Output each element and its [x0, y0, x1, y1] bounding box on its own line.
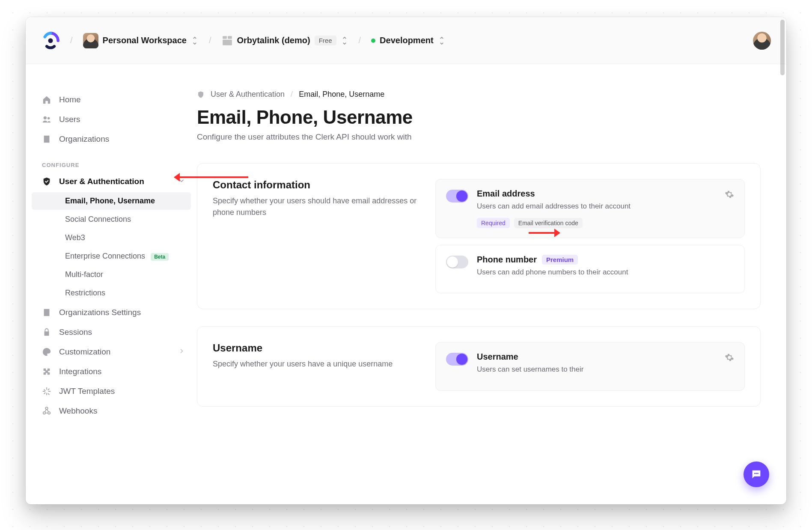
sidebar-subitem-label: Enterprise Connections [65, 252, 145, 260]
sidebar-item-home[interactable]: Home [26, 90, 197, 110]
chat-icon [750, 468, 762, 480]
home-icon [42, 95, 51, 104]
sidebar-subitem-mfa[interactable]: Multi-factor [32, 266, 191, 283]
sidebar-item-org-settings[interactable]: Organizations Settings [26, 303, 197, 322]
sidebar-item-customization[interactable]: Customization [26, 342, 197, 362]
toggle-email[interactable] [446, 190, 468, 202]
topbar: / Personal Workspace / Orbytalink (demo)… [26, 17, 786, 64]
panel-description: Specify whether your users should have e… [213, 195, 418, 218]
puzzle-icon [42, 367, 51, 376]
palette-icon [42, 347, 51, 357]
breadcrumb-current: Email, Phone, Username [299, 90, 384, 99]
toggle-phone[interactable] [446, 256, 468, 268]
environment-selector[interactable]: Development [371, 36, 446, 45]
page-subtitle: Configure the user attributes the Clerk … [197, 132, 761, 142]
card-description: Users can add email addresses to their a… [477, 201, 716, 212]
breadcrumb: User & Authentication / Email, Phone, Us… [197, 90, 761, 99]
sidebar-subitem-restrictions[interactable]: Restrictions [32, 284, 191, 302]
annotation-arrow-right [529, 232, 559, 234]
svg-point-10 [755, 473, 757, 474]
panel-username: Username Specify whether your users have… [197, 326, 761, 407]
selector-icon [438, 37, 446, 45]
chip-required: Required [477, 218, 510, 228]
selector-icon [191, 37, 199, 45]
webhook-icon [42, 406, 51, 416]
sidebar-subitem-web3[interactable]: Web3 [32, 229, 191, 247]
card-description: Users can add phone numbers to their acc… [477, 267, 734, 278]
application-selector[interactable]: Orbytalink (demo) Free [222, 35, 348, 46]
annotation-arrow-left [175, 176, 248, 178]
panel-title: Contact information [213, 179, 418, 191]
card-email-address: Email address Users can add email addres… [435, 179, 745, 238]
sidebar-item-sessions[interactable]: Sessions [26, 322, 197, 342]
sidebar-item-webhooks[interactable]: Webhooks [26, 401, 197, 421]
sidebar-item-integrations[interactable]: Integrations [26, 362, 197, 381]
svg-rect-3 [223, 39, 232, 45]
toggle-username[interactable] [446, 353, 468, 366]
application-name: Orbytalink (demo) [237, 36, 310, 45]
sidebar-item-label: User & Authentication [59, 177, 144, 186]
card-title-text: Email address [477, 189, 535, 199]
gear-icon[interactable] [725, 190, 734, 199]
svg-point-5 [48, 117, 50, 120]
shield-check-icon [42, 177, 51, 186]
sidebar-item-label: Integrations [59, 367, 101, 376]
card-title-text: Phone number [477, 255, 537, 265]
card-username: Username Users can set usernames to thei… [435, 342, 745, 391]
breadcrumb-separator: / [291, 90, 293, 99]
sidebar: Home Users Organizations CONFIGURE User … [26, 64, 197, 504]
chip-verification: Email verification code [514, 218, 583, 228]
lock-icon [42, 328, 51, 337]
card-title-text: Username [477, 352, 518, 362]
sidebar-subitem-email-phone-username[interactable]: Email, Phone, Username [32, 192, 191, 210]
environment-name: Development [380, 36, 434, 45]
building-icon [42, 134, 51, 144]
app-window: / Personal Workspace / Orbytalink (demo)… [26, 17, 786, 504]
sidebar-item-label: Webhooks [59, 406, 97, 416]
workspace-selector[interactable]: Personal Workspace [83, 33, 199, 48]
plan-badge: Free [315, 36, 336, 45]
sidebar-item-users[interactable]: Users [26, 110, 197, 129]
shield-icon [197, 91, 205, 98]
svg-point-9 [754, 473, 755, 474]
app-icon [222, 35, 233, 46]
breadcrumb-separator: / [359, 36, 361, 45]
sidebar-subitem-social[interactable]: Social Connections [32, 211, 191, 228]
svg-rect-1 [223, 36, 227, 39]
sidebar-item-jwt[interactable]: JWT Templates [26, 381, 197, 401]
card-phone-number: Phone number Premium Users can add phone… [435, 245, 745, 294]
svg-point-0 [48, 38, 53, 43]
sidebar-item-label: Sessions [59, 328, 92, 337]
breadcrumb-separator: / [70, 36, 73, 45]
selector-icon [341, 37, 348, 45]
chat-fab[interactable] [744, 462, 769, 487]
sidebar-item-label: Organizations [59, 134, 109, 144]
clerk-logo[interactable] [41, 31, 60, 50]
card-description: Users can set usernames to their [477, 364, 716, 375]
beta-badge: Beta [151, 253, 169, 261]
sidebar-item-label: JWT Templates [59, 387, 115, 396]
breadcrumb-separator: / [209, 36, 211, 45]
workspace-avatar [83, 33, 98, 48]
breadcrumb-section[interactable]: User & Authentication [211, 90, 285, 99]
sidebar-item-label: Users [59, 115, 80, 124]
sidebar-item-label: Customization [59, 347, 110, 357]
environment-status-dot [371, 39, 375, 43]
sidebar-subitem-enterprise[interactable]: Enterprise Connections Beta [32, 247, 191, 265]
main-content: User & Authentication / Email, Phone, Us… [197, 64, 786, 504]
workspace-name: Personal Workspace [103, 36, 187, 45]
svg-point-8 [45, 407, 48, 410]
premium-badge: Premium [542, 255, 578, 265]
chevron-right-icon [178, 347, 185, 357]
sidebar-item-label: Home [59, 95, 81, 104]
svg-rect-2 [228, 36, 232, 39]
jwt-icon [42, 387, 51, 396]
sidebar-item-organizations[interactable]: Organizations [26, 129, 197, 149]
gear-icon[interactable] [725, 353, 734, 362]
svg-point-4 [44, 116, 47, 119]
user-avatar[interactable] [753, 32, 771, 50]
panel-contact-info: Contact information Specify whether your… [197, 163, 761, 309]
svg-point-11 [757, 473, 758, 474]
panel-description: Specify whether your users have a unique… [213, 358, 418, 370]
sidebar-item-label: Organizations Settings [59, 308, 141, 317]
